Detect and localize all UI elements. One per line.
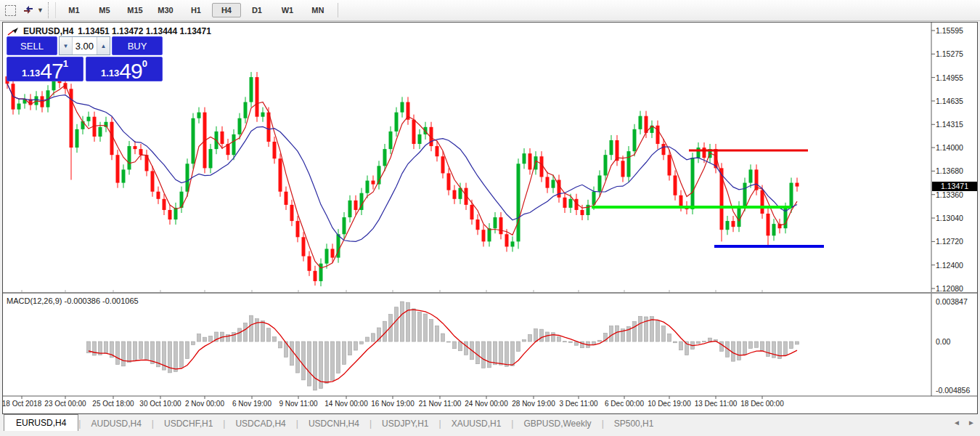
time-axis-label: 16 Nov 19:00 — [371, 400, 415, 408]
tab-audusd-h4[interactable]: AUDUSD,H4 — [81, 416, 151, 431]
time-axis-label: 28 Nov 19:00 — [512, 400, 555, 408]
price-axis-label: 1.13680 — [936, 166, 963, 175]
timeframe-button-m1[interactable]: M1 — [60, 3, 89, 17]
timeframe-button-d1[interactable]: D1 — [242, 3, 271, 17]
chart-cursor-icon — [7, 27, 19, 36]
sell-quote[interactable]: 1.13 47 1 — [7, 57, 83, 81]
price-axis-label: 1.14315 — [936, 120, 963, 129]
volume-input[interactable]: 3.00 — [73, 37, 97, 54]
price-axis-label: 1.15595 — [936, 26, 963, 35]
chart-symbol-label: EURUSD,H4 — [23, 26, 73, 36]
candles — [6, 71, 799, 286]
buy-button[interactable]: BUY — [112, 36, 163, 55]
sell-price-big: 47 — [40, 62, 62, 81]
price-axis-label: 1.15275 — [936, 49, 963, 58]
sell-price-prefix: 1.13 — [22, 68, 40, 78]
buy-price-pipette: 0 — [142, 59, 147, 68]
price-axis-label: 1.14000 — [936, 143, 963, 152]
volume-increase-icon[interactable]: ▲ — [97, 37, 110, 54]
toolbar-grip — [48, 2, 56, 18]
time-axis-label: 14 Nov 00:00 — [324, 400, 368, 408]
toolbar-separator — [338, 3, 338, 17]
tab-usdchf-h1[interactable]: USDCHF,H1 — [154, 416, 223, 431]
tab-sp500-h1[interactable]: SP500,H1 — [604, 416, 664, 431]
buy-price-prefix: 1.13 — [101, 68, 119, 78]
timeframe-button-m5[interactable]: M5 — [90, 3, 119, 17]
time-axis-label: 18 Oct 2018 — [2, 400, 41, 408]
time-axis-label: 10 Dec 19:00 — [648, 400, 691, 408]
time-axis-label: 24 Nov 00:00 — [465, 400, 508, 408]
time-axis-label: 13 Dec 11:00 — [695, 400, 738, 408]
tab-usdcnh-h4[interactable]: USDCNH,H4 — [298, 416, 369, 431]
order-arrows-icon[interactable] — [20, 3, 36, 17]
macd-signal-value: -0.001065 — [102, 296, 139, 305]
symbol-tab-bar: EURUSD,H4|AUDUSD,H4|USDCHF,H1|USDCAD,H4|… — [0, 415, 980, 431]
time-axis-label: 2 Nov 00:00 — [185, 400, 224, 408]
time-axis-label: 6 Dec 00:00 — [605, 400, 644, 408]
timeframe-toolbar: ▼ M1M5M15M30H1H4D1W1MN — [0, 0, 980, 21]
macd-axis-label: 0.00 — [936, 337, 950, 346]
tab-eurusd-h4[interactable]: EURUSD,H4 — [4, 414, 78, 431]
volume-stepper: ▼ 3.00 ▲ — [59, 36, 110, 55]
macd-axis-label: 0.003847 — [936, 297, 968, 306]
tab-xauusd-h1[interactable]: XAUUSD,H1 — [441, 416, 512, 431]
price-axis-label: 1.12720 — [936, 237, 963, 246]
chart-title: EURUSD,H4 1.13451 1.13472 1.13444 1.1347… — [7, 26, 211, 36]
order-dropdown-caret-icon[interactable]: ▼ — [37, 7, 44, 14]
price-axis-label: 1.13360 — [936, 190, 963, 199]
tab-usdcad-h4[interactable]: USDCAD,H4 — [225, 416, 295, 431]
sell-price-pipette: 1 — [63, 59, 68, 68]
time-axis-label: 3 Dec 11:00 — [559, 400, 597, 408]
price-axis-label: 1.14955 — [936, 73, 963, 82]
timeframe-button-w1[interactable]: W1 — [273, 3, 302, 17]
tab-usdjpy-h1[interactable]: USDJPY,H1 — [372, 416, 438, 431]
time-axis-label: 18 Dec 00:00 — [740, 400, 784, 408]
current-price-tag: 1.13471 — [932, 182, 977, 191]
timeframe-button-h1[interactable]: H1 — [181, 3, 211, 17]
tabs-scroll-right-icon[interactable]: ► — [968, 419, 975, 427]
buy-quote[interactable]: 1.13 49 0 — [86, 57, 163, 81]
timeframe-button-mn[interactable]: MN — [303, 3, 332, 17]
price-axis-label: 1.12400 — [936, 261, 963, 270]
timeframe-button-m15[interactable]: M15 — [121, 3, 150, 17]
timeframe-button-m30[interactable]: M30 — [151, 3, 180, 17]
mt4-terminal: ▼ M1M5M15M30H1H4D1W1MN EURUSD,H4 1.13451… — [0, 0, 980, 436]
time-axis-label: 30 Oct 10:00 — [139, 400, 181, 408]
time-axis-label: 6 Nov 19:00 — [232, 400, 271, 408]
tabs-scroll-left-icon[interactable]: ◄ — [953, 419, 960, 427]
price-axis-label: 1.13040 — [936, 214, 963, 222]
volume-decrease-icon[interactable]: ▼ — [60, 37, 73, 54]
timeframe-button-h4[interactable]: H4 — [212, 3, 241, 17]
price-axis-label: 1.14635 — [936, 97, 963, 105]
macd-indicator-label: MACD(12,26,9) -0.000386 -0.001065 — [7, 296, 139, 305]
macd-name: MACD(12,26,9) — [7, 296, 62, 305]
tab-gbpusd-weekly[interactable]: GBPUSD,Weekly — [513, 416, 601, 431]
selection-tool-icon[interactable] — [2, 3, 18, 17]
macd-value: -0.000386 — [64, 296, 100, 305]
sell-button[interactable]: SELL — [7, 36, 57, 55]
price-axis-label: 1.12080 — [936, 284, 963, 293]
chart-ohlc-values: 1.13451 1.13472 1.13444 1.13471 — [78, 26, 211, 36]
time-axis-label: 9 Nov 11:00 — [279, 400, 317, 408]
time-axis-label: 23 Oct 00:00 — [44, 400, 86, 408]
macd-axis-label: -0.004856 — [936, 386, 970, 395]
one-click-trade-panel: SELL ▼ 3.00 ▲ BUY 1.13 47 1 1.13 49 0 — [7, 36, 163, 81]
time-axis-label: 25 Oct 18:00 — [92, 400, 134, 408]
time-axis-label: 21 Nov 11:00 — [419, 400, 462, 408]
buy-price-big: 49 — [119, 62, 142, 81]
